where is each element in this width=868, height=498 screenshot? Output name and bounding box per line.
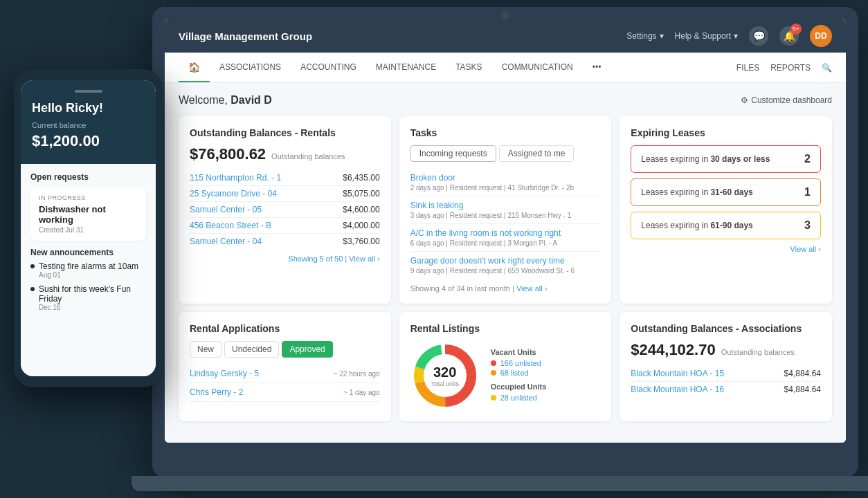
table-row: 115 Northampton Rd. - 1 $6,435.00: [190, 170, 380, 186]
view-all-leases[interactable]: View all ›: [631, 245, 821, 253]
tab-incoming-requests[interactable]: Incoming requests: [410, 145, 496, 162]
tab-new[interactable]: New: [190, 341, 221, 358]
nav-item-maintenance[interactable]: MAINTENANCE: [366, 53, 446, 82]
phone-balance: $1,200.00: [32, 132, 145, 150]
announcement-dot: [30, 264, 35, 268]
balance-item-value: $4,600.00: [343, 205, 379, 214]
app-link[interactable]: Lindsay Gersky - 5: [190, 369, 259, 378]
balance-item-link[interactable]: 115 Northampton Rd. - 1: [190, 173, 281, 183]
announcement-title: Sushi for this week's Fun Friday: [39, 284, 146, 304]
assoc-link[interactable]: Black Mountain HOA - 15: [631, 369, 724, 378]
task-meta: 9 days ago | Resident request | 659 Wood…: [410, 267, 601, 275]
table-row: Samuel Center - 04 $3,760.00: [190, 234, 380, 249]
rental-listings-card: Rental Listings 320: [399, 312, 612, 421]
balance-rows: 115 Northampton Rd. - 1 $6,435.00 25 Syc…: [190, 170, 380, 249]
legend-item: 28 unlisted: [491, 394, 547, 402]
announcement-title: Testing fire alarms at 10am: [39, 261, 138, 271]
balance-item-link[interactable]: Samuel Center - 04: [190, 237, 262, 246]
announcement-date: Aug 01: [39, 271, 138, 279]
nav-bar: 🏠 ASSOCIATIONS ACCOUNTING MAINTENANCE TA…: [165, 53, 846, 83]
top-bar: Village Management Group Settings ▾ Help…: [165, 19, 846, 53]
balance-item-link[interactable]: 456 Beacon Street - B: [190, 221, 271, 230]
app-link[interactable]: Chris Perry - 2: [190, 387, 243, 397]
task-link[interactable]: Garage door doesn't work right every tim…: [410, 256, 601, 266]
application-list: Lindsay Gersky - 5 ~ 22 hours ago Chris …: [190, 365, 380, 402]
nav-item-communication[interactable]: COMMUNICATION: [492, 53, 583, 82]
nav-left: 🏠 ASSOCIATIONS ACCOUNTING MAINTENANCE TA…: [179, 53, 611, 82]
legend-item: 68 listed: [491, 369, 547, 377]
nav-item-more[interactable]: •••: [583, 53, 611, 82]
table-row: 456 Beacon Street - B $4,000.00: [190, 218, 380, 234]
lease-row-60: Leases expiring in 31-60 days 1: [631, 178, 821, 206]
main-content: Welcome, David D ⚙ Customize dashboard O…: [165, 83, 846, 443]
outstanding-assoc-title: Outstanding Balances - Associations: [631, 323, 821, 334]
laptop-base: [132, 476, 868, 491]
tab-approved[interactable]: Approved: [282, 341, 332, 358]
bell-icon[interactable]: 🔔 5+: [779, 26, 799, 46]
tasks-footer: Showing 4 of 34 in last month | View all…: [410, 284, 601, 293]
view-all-balances[interactable]: Showing 5 of 50 | View all ›: [190, 255, 380, 263]
balance-item-link[interactable]: 25 Sycamore Drive - 04: [190, 189, 277, 199]
tab-assigned-to-me[interactable]: Assigned to me: [499, 145, 575, 162]
avatar[interactable]: DD: [810, 25, 832, 47]
assoc-balance-amount: $244,102.70: [631, 341, 715, 359]
help-link[interactable]: Help & Support ▾: [675, 31, 738, 41]
balance-item-link[interactable]: Samuel Center - 05: [190, 205, 262, 214]
nav-item-home[interactable]: 🏠: [179, 53, 210, 82]
view-all-tasks[interactable]: View all ›: [516, 284, 547, 293]
assoc-value: $4,884.64: [784, 369, 821, 378]
list-item: A/C in the living room is not working ri…: [410, 224, 601, 252]
tab-undecided[interactable]: Undecided: [224, 341, 279, 358]
list-item: Broken door 2 days ago | Resident reques…: [410, 169, 601, 196]
app-time: ~ 1 day ago: [343, 389, 380, 396]
list-item: Garage door doesn't work right every tim…: [410, 252, 601, 279]
donut-label: 320 Total units: [431, 365, 459, 387]
nav-item-accounting[interactable]: ACCOUNTING: [291, 53, 366, 82]
list-item: Lindsay Gersky - 5 ~ 22 hours ago: [190, 365, 380, 383]
legend-item: 166 unlisted: [491, 359, 547, 367]
request-tag: IN PROGRESS: [39, 194, 138, 201]
legend-text: 166 unlisted: [500, 359, 541, 367]
announcement-item: Sushi for this week's Fun Friday Dec 16: [30, 284, 146, 311]
open-requests-title: Open requests: [30, 172, 146, 182]
legend-text: 28 unlisted: [500, 394, 537, 402]
home-icon: 🏠: [188, 62, 200, 73]
balance-item-value: $5,075.00: [343, 189, 379, 199]
settings-link[interactable]: Settings ▾: [626, 31, 663, 41]
rental-applications-card: Rental Applications New Undecided Approv…: [179, 312, 391, 421]
nav-files[interactable]: FILES: [736, 63, 759, 73]
laptop-notch: [501, 11, 509, 19]
assoc-link[interactable]: Black Mountain HOA - 16: [631, 385, 724, 394]
announcement-dot: [30, 287, 35, 291]
announcement-content: Sushi for this week's Fun Friday Dec 16: [39, 284, 146, 311]
lease-count: 3: [804, 219, 811, 232]
request-card[interactable]: IN PROGRESS Dishwasher not working Creat…: [30, 187, 146, 241]
table-row: Black Mountain HOA - 15 $4,884.64: [631, 366, 821, 382]
balance-item-value: $4,000.00: [343, 221, 379, 230]
search-icon[interactable]: 🔍: [822, 63, 832, 73]
nav-item-associations[interactable]: ASSOCIATIONS: [210, 53, 291, 82]
expiring-leases-title: Expiring Leases: [631, 127, 821, 138]
filter-tabs: New Undecided Approved: [190, 341, 380, 358]
chevron-down-icon: ▾: [660, 31, 664, 41]
task-link[interactable]: Broken door: [410, 173, 601, 183]
laptop-shell: Village Management Group Settings ▾ Help…: [152, 7, 858, 477]
assoc-value: $4,884.64: [784, 385, 821, 394]
customize-dashboard-button[interactable]: ⚙ Customize dashboard: [741, 95, 832, 105]
lease-row-90: Leases expiring in 61-90 days 3: [631, 212, 821, 239]
task-link[interactable]: A/C in the living room is not working ri…: [410, 228, 601, 238]
chat-icon[interactable]: 💬: [749, 26, 768, 46]
nav-reports[interactable]: REPORTS: [770, 63, 811, 73]
task-meta: 2 days ago | Resident request | 41 Sturb…: [410, 184, 601, 192]
task-link[interactable]: Sink is leaking: [410, 201, 601, 210]
request-sub: Created Jul 31: [39, 226, 138, 234]
nav-item-tasks[interactable]: TASKS: [446, 53, 491, 82]
list-item: Chris Perry - 2 ~ 1 day ago: [190, 383, 380, 402]
lease-text: Leases expiring in 61-90 days: [641, 221, 752, 230]
tasks-card: Tasks Incoming requests Assigned to me B…: [399, 116, 612, 304]
balance-amount: $76,800.62: [190, 145, 266, 163]
announcement-date: Dec 16: [39, 304, 146, 311]
balance-label-text: Outstanding balances: [271, 152, 345, 160]
legend-section: Vacant Units 166 unlisted 68 listed Occu…: [491, 348, 547, 403]
donut-chart: 320 Total units: [410, 341, 480, 410]
